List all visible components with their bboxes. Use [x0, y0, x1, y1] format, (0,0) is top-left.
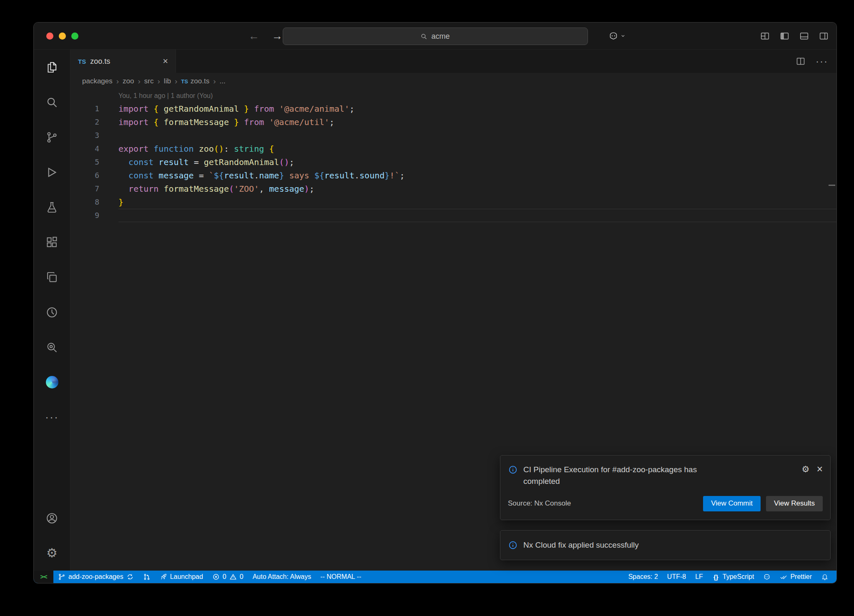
breadcrumb-item[interactable]: zoo	[123, 77, 134, 85]
code-line[interactable]: 8}	[70, 195, 836, 209]
status-vim-mode[interactable]: -- NORMAL --	[316, 571, 366, 583]
code-line[interactable]: 2import { formatMessage } from '@acme/ut…	[70, 115, 836, 129]
notification-toast: Nx Cloud fix applied successfully	[500, 530, 831, 561]
activity-item-accounts[interactable]	[34, 501, 70, 536]
breadcrumb-separator-icon: ›	[175, 77, 177, 86]
customize-layout-icon[interactable]	[760, 31, 770, 41]
history-navigation: ← →	[249, 30, 283, 41]
error-circle-icon	[212, 573, 220, 581]
code-line[interactable]: 5 const result = getRandomAnimal();	[70, 155, 836, 169]
vscode-window: ← → acme ··· ⚙ TS zoo.ts	[33, 22, 837, 583]
double-check-icon	[780, 573, 787, 581]
activity-item-source-control[interactable]	[34, 120, 70, 155]
forward-icon[interactable]: →	[272, 30, 283, 41]
status-auto-attach[interactable]: Auto Attach: Always	[248, 571, 316, 583]
bell-icon	[821, 573, 829, 581]
activity-item-explorer[interactable]	[34, 50, 70, 85]
command-center-search[interactable]: acme	[283, 28, 588, 45]
toggle-secondary-sidebar-icon[interactable]	[819, 31, 829, 41]
extensions-icon	[45, 236, 58, 249]
activity-item-nx-console[interactable]	[34, 260, 70, 295]
notification-settings-icon[interactable]: ⚙	[802, 465, 810, 473]
split-editor-icon[interactable]	[796, 56, 806, 66]
git-branch-icon	[58, 573, 65, 581]
editor-more-actions-icon[interactable]: ···	[816, 56, 828, 66]
activity-item-settings[interactable]: ⚙	[34, 536, 70, 571]
line-number: 1	[70, 102, 118, 115]
warning-triangle-icon	[229, 573, 237, 581]
ts-file-icon: TS	[78, 58, 86, 65]
fullscreen-window-button[interactable]	[71, 33, 78, 40]
code-line[interactable]: 7 return formatMessage('ZOO', message);	[70, 182, 836, 195]
toggle-sidebar-icon[interactable]	[779, 31, 790, 41]
breadcrumb-separator-icon: ›	[138, 77, 141, 86]
activity-item-edge-tools[interactable]	[34, 365, 70, 400]
search-text: acme	[431, 32, 450, 41]
activity-item-gitlens[interactable]	[34, 295, 70, 330]
status-pull-request[interactable]	[138, 571, 155, 583]
activity-item-extensions[interactable]	[34, 225, 70, 260]
tab-label: zoo.ts	[90, 57, 110, 66]
activity-item-search[interactable]	[34, 85, 70, 120]
window-controls	[46, 33, 78, 40]
copilot-icon	[608, 31, 618, 41]
back-icon[interactable]: ←	[249, 30, 259, 41]
line-number: 2	[70, 115, 118, 129]
view-results-button[interactable]: View Results	[766, 496, 823, 511]
notification-toast: CI Pipeline Execution for #add-zoo-packa…	[500, 455, 831, 520]
status-indentation[interactable]: Spaces: 2	[624, 571, 663, 583]
activity-item-commit-graph[interactable]	[34, 330, 70, 365]
code-line[interactable]: 9	[70, 209, 836, 222]
gear-icon: ⚙	[45, 547, 58, 560]
clock-icon	[45, 306, 58, 319]
edge-icon	[45, 376, 58, 389]
activity-item-more-views[interactable]: ···	[34, 400, 70, 435]
debug-icon	[45, 166, 58, 179]
status-notifications-bell[interactable]	[816, 571, 833, 583]
status-git-branch[interactable]: add-zoo-packages	[53, 571, 138, 583]
search-icon	[420, 33, 427, 40]
code-line[interactable]: 4export function zoo(): string {	[70, 142, 836, 155]
close-window-button[interactable]	[46, 33, 53, 40]
status-remote-indicator[interactable]: ><	[34, 571, 53, 583]
notification-close-icon[interactable]: ×	[816, 464, 823, 474]
breadcrumb-item[interactable]: packages	[82, 77, 113, 85]
view-commit-button[interactable]: View Commit	[703, 496, 761, 511]
status-problems[interactable]: 00	[208, 571, 248, 583]
status-formatter-prettier[interactable]: Prettier	[775, 571, 816, 583]
minimize-window-button[interactable]	[59, 33, 66, 40]
status-language-mode[interactable]: {}TypeScript	[708, 571, 759, 583]
braces-icon: {}	[712, 573, 720, 581]
code-line[interactable]: 3	[70, 129, 836, 142]
account-icon	[45, 512, 58, 525]
remote-icon: ><	[40, 573, 48, 581]
line-number: 9	[70, 209, 118, 222]
tab-zoo-ts[interactable]: TS zoo.ts ×	[70, 50, 176, 73]
activity-item-run-debug[interactable]	[34, 155, 70, 190]
code-line[interactable]: 1import { getRandomAnimal } from '@acme/…	[70, 102, 836, 115]
line-number: 5	[70, 155, 118, 169]
breadcrumb-item[interactable]: lib	[164, 77, 171, 85]
info-icon	[508, 540, 518, 550]
status-copilot[interactable]	[759, 571, 775, 583]
breadcrumb-separator-icon: ›	[158, 77, 160, 86]
breadcrumb-item[interactable]: ...	[220, 77, 226, 85]
status-encoding[interactable]: UTF-8	[663, 571, 691, 583]
breadcrumb-item[interactable]: src	[144, 77, 154, 85]
copilot-menu[interactable]	[608, 31, 626, 41]
close-tab-icon[interactable]: ×	[163, 57, 168, 66]
breadcrumb-separator-icon: ›	[116, 77, 119, 86]
status-eol[interactable]: LF	[691, 571, 708, 583]
line-number: 6	[70, 169, 118, 182]
notification-message: Nx Cloud fix applied successfully	[523, 539, 823, 551]
status-bar: ><add-zoo-packagesLaunchpad00Auto Attach…	[34, 571, 836, 583]
status-gitlens-launchpad[interactable]: Launchpad	[155, 571, 208, 583]
toggle-panel-icon[interactable]	[799, 31, 809, 41]
git-pr-icon	[143, 573, 151, 581]
code-line[interactable]: 6 const message = `${result.name} says $…	[70, 169, 836, 182]
breadcrumb-item[interactable]: TSzoo.ts	[181, 77, 209, 85]
tab-bar: TS zoo.ts × ···	[70, 50, 836, 73]
activity-item-testing[interactable]	[34, 190, 70, 225]
notification-message: CI Pipeline Execution for #add-zoo-packa…	[523, 464, 719, 488]
breadcrumb: packages›zoo›src›lib›TSzoo.ts›...	[70, 73, 836, 90]
